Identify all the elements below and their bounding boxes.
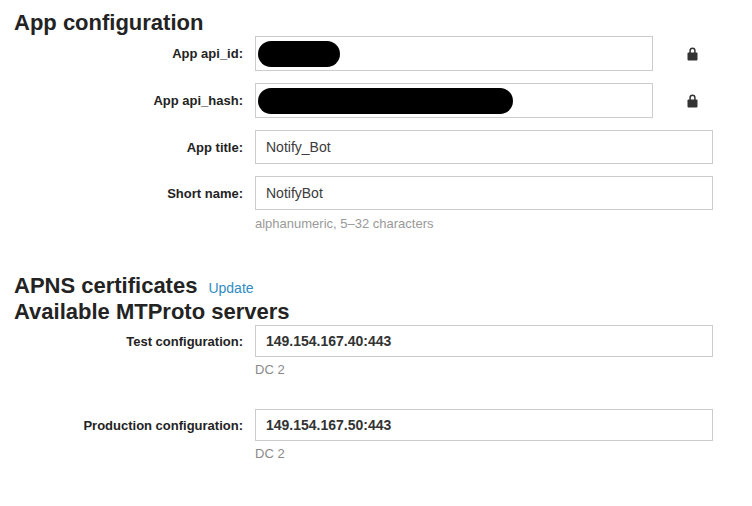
short-name-field: Short name: alphanumeric, 5–32 character… bbox=[14, 176, 738, 231]
production-configuration-input[interactable] bbox=[255, 409, 713, 441]
api-id-label: App api_id: bbox=[14, 46, 243, 61]
short-name-label: Short name: bbox=[14, 186, 243, 201]
api-id-field: App api_id: bbox=[14, 36, 738, 71]
api-id-lock-icon bbox=[687, 47, 698, 61]
app-title-input[interactable] bbox=[255, 130, 713, 164]
api-hash-input[interactable] bbox=[255, 83, 653, 118]
api-hash-redaction-blob bbox=[258, 88, 513, 114]
api-hash-label: App api_hash: bbox=[14, 93, 243, 108]
api-hash-lock-icon bbox=[687, 94, 698, 108]
app-title-field: App title: bbox=[14, 130, 738, 164]
apns-heading-row: APNS certificates Update bbox=[14, 273, 738, 299]
app-title-label: App title: bbox=[14, 140, 243, 155]
api-id-redaction-blob bbox=[258, 41, 340, 67]
apns-update-link[interactable]: Update bbox=[208, 280, 253, 296]
test-configuration-input[interactable] bbox=[255, 325, 713, 357]
app-configuration-heading: App configuration bbox=[14, 10, 738, 36]
test-configuration-dc-text: DC 2 bbox=[255, 362, 738, 377]
production-configuration-field: Production configuration: DC 2 bbox=[14, 409, 738, 461]
api-id-input[interactable] bbox=[255, 36, 653, 71]
app-settings-page: App configuration App api_id: App api_ha… bbox=[0, 0, 752, 461]
production-configuration-dc-text: DC 2 bbox=[255, 446, 738, 461]
api-hash-field: App api_hash: bbox=[14, 83, 738, 118]
short-name-input[interactable] bbox=[255, 176, 713, 210]
test-configuration-field: Test configuration: DC 2 bbox=[14, 325, 738, 377]
mtproto-servers-heading: Available MTProto servers bbox=[14, 299, 738, 325]
test-configuration-label: Test configuration: bbox=[14, 334, 243, 349]
short-name-helper-text: alphanumeric, 5–32 characters bbox=[255, 216, 738, 231]
production-configuration-label: Production configuration: bbox=[14, 418, 243, 433]
apns-certificates-heading: APNS certificates bbox=[14, 273, 197, 299]
